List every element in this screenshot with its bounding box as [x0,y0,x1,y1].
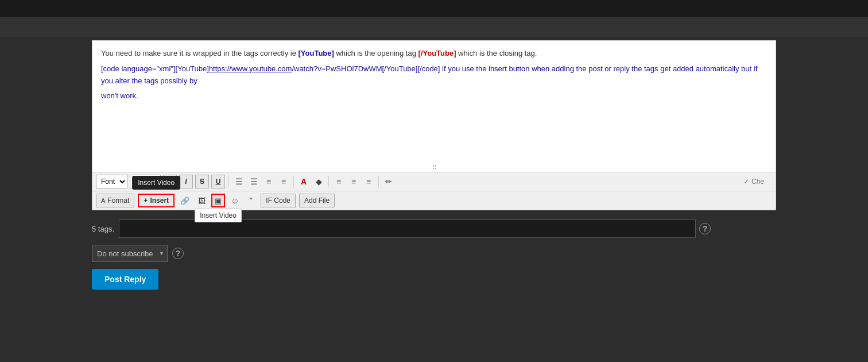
editor-text-line2-code: [code language="xml"][YouTube] [101,64,209,73]
align-center2-button[interactable]: ≡ [347,175,360,188]
editor-text-youtube-close: [/YouTube] [418,49,456,57]
editor-area[interactable]: You need to make sure it is wrapped in t… [92,40,776,172]
insert-btn-container: Insert Video + Insert [138,194,175,207]
editor-text-line1-normal2: which is the opening tag [334,49,418,57]
check-section: ✓ Che [743,178,764,186]
align-left2-button[interactable]: ≡ [332,175,345,188]
separator2 [293,176,294,187]
help-icon[interactable]: ? [699,223,711,234]
underline-button[interactable]: U [211,175,225,188]
format-button[interactable]: A Format [96,194,134,207]
editor-text-line1-normal3: which is the closing tag. [456,49,537,57]
post-reply-button[interactable]: Post Reply [92,269,158,290]
quote-button[interactable]: " [245,194,257,207]
align-left-button[interactable]: ≡ [262,175,275,188]
separator4 [378,176,379,187]
post-reply-container: Post Reply [92,267,776,290]
top-bar [0,0,868,17]
strike-button[interactable]: S [195,175,209,188]
numbered-list-button[interactable]: ☰ [247,175,260,188]
editor-text-line3: won't work. [101,91,138,100]
format-label: Format [107,197,129,205]
italic-button[interactable]: I [179,175,193,188]
separator3 [328,176,329,187]
insert-label: Insert [150,197,169,205]
subscribe-row: Do not subscribe Subscribe Email alerts … [92,245,776,262]
editor-text-youtube-open: [YouTube] [298,49,334,57]
bg-color-button[interactable]: ◆ [312,175,325,188]
drag-handle[interactable]: ⠿ [432,165,436,171]
video-btn-container: ▣ Insert Video [211,194,225,207]
insert-button[interactable]: + Insert [138,194,175,207]
font-select[interactable]: Font [96,175,127,188]
tags-input[interactable] [119,219,696,238]
emoji-button[interactable]: ☺ [228,194,241,207]
bold-button[interactable]: B [163,175,177,188]
subscribe-help-icon[interactable]: ? [172,248,184,259]
subscribe-wrapper: Do not subscribe Subscribe Email alerts [92,245,168,262]
tags-input-container: ? [119,219,711,238]
tags-label: 5 tags. [92,225,114,233]
subscribe-select[interactable]: Do not subscribe Subscribe Email alerts [92,245,168,262]
addfile-label: Add File [304,197,330,205]
editor-text-line2-url: https://www.youtube.com [209,64,292,73]
align-center-button[interactable]: ≡ [277,175,290,188]
editor-text-line1-normal1: You need to make sure it is wrapped in t… [101,49,298,57]
plus-icon: + [144,197,148,205]
clear-format-button[interactable]: ✏ [382,175,395,188]
format-icon: A [101,197,105,204]
bullet-list-button[interactable]: ☰ [232,175,245,188]
font-color-button[interactable]: A [297,175,310,188]
main-container: You need to make sure it is wrapped in t… [0,37,868,290]
align-right2-button[interactable]: ≡ [362,175,375,188]
check-label: Che [751,178,764,186]
secondary-bar [0,17,868,37]
toolbar-row2: A Format Insert Video + Insert 🔗 🖼 ▣ Ins… [92,191,776,210]
link-button[interactable]: 🔗 [178,194,192,207]
image-button[interactable]: 🖼 [195,194,208,207]
addfile-button[interactable]: Add File [299,194,335,207]
size-select[interactable]: Size [130,175,161,188]
ifcode-label: IF Code [266,197,290,205]
tags-row: 5 tags. ? [92,219,776,238]
separator1 [228,176,229,187]
video-button[interactable]: ▣ [211,194,225,207]
ifcode-button[interactable]: IF Code [261,194,296,207]
bottom-section: 5 tags. ? Do not subscribe Subscribe Ema… [92,215,776,290]
check-icon: ✓ [743,178,749,186]
toolbar-row1: Font Size B I S U ☰ ☰ ≡ ≡ A ◆ ≡ ≡ ≡ ✏ ✓ … [92,172,776,191]
